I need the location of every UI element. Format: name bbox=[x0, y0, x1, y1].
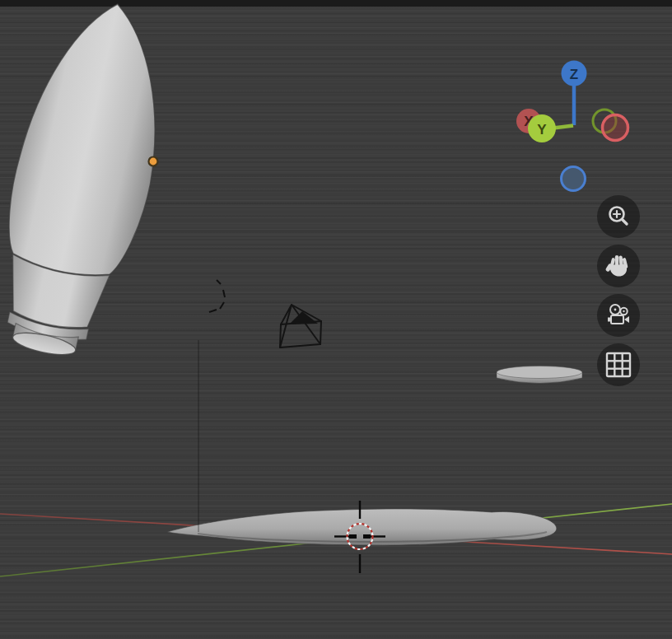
disc-mesh[interactable] bbox=[497, 366, 582, 384]
rocket-mesh[interactable] bbox=[0, 0, 186, 367]
grid-button[interactable] bbox=[597, 343, 640, 386]
gizmo-z-label: Z bbox=[570, 67, 578, 82]
navigation-gizmo[interactable]: X Z Y bbox=[516, 61, 628, 191]
grid-icon bbox=[604, 351, 632, 379]
relationship-dashes bbox=[209, 280, 225, 312]
zoom-button[interactable] bbox=[597, 195, 640, 238]
rocket-nose-cone bbox=[0, 0, 186, 286]
camera-view-button[interactable] bbox=[597, 294, 640, 337]
magnifier-plus-icon bbox=[604, 203, 632, 231]
gizmo-y-stem bbox=[553, 126, 573, 128]
origin-point[interactable] bbox=[149, 157, 158, 166]
disc-top bbox=[497, 366, 582, 379]
gizmo-x-neg-ball[interactable] bbox=[603, 115, 628, 141]
camera-frustum-edges bbox=[280, 305, 321, 347]
gizmo-z-neg-ball[interactable] bbox=[562, 167, 586, 191]
viewport-controls bbox=[597, 195, 642, 393]
blender-3d-viewport[interactable]: X Z Y bbox=[0, 0, 672, 639]
terrain-mesh[interactable] bbox=[167, 509, 557, 545]
camera-object[interactable] bbox=[280, 305, 321, 347]
viewport-canvas[interactable]: X Z Y bbox=[0, 0, 672, 639]
gizmo-y-label: Y bbox=[537, 122, 547, 138]
movie-camera-icon bbox=[604, 301, 633, 330]
hand-icon bbox=[604, 252, 632, 280]
pan-button[interactable] bbox=[597, 245, 640, 287]
